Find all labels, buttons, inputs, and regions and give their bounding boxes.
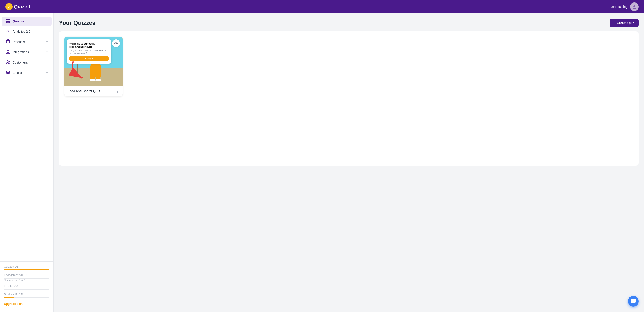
chat-support-button[interactable]: [628, 296, 639, 307]
quiz-card-menu-button[interactable]: ⋮: [116, 89, 120, 94]
svg-point-30: [96, 79, 101, 82]
svg-point-13: [7, 61, 8, 62]
sidebar-item-customers[interactable]: Customers: [2, 58, 52, 67]
svg-rect-6: [6, 21, 8, 23]
emails-icon: [6, 70, 10, 75]
chevron-down-icon: ▾: [46, 71, 48, 74]
stat-engagements-value: 0/500: [21, 273, 28, 277]
stat-quizzes-value: 1/1: [14, 265, 18, 268]
sidebar-item-emails[interactable]: Emails ▾: [2, 68, 52, 78]
products-progress-fill: [4, 297, 14, 298]
page-title: Your Quizzes: [59, 20, 96, 27]
quizzes-progress-bg: [4, 269, 50, 270]
sidebar-item-label: Customers: [12, 61, 28, 64]
main-header: Your Quizzes + Create Quiz: [59, 19, 639, 27]
chevron-down-icon: ▾: [46, 40, 48, 44]
sidebar-item-label: Analytics 2.0: [12, 30, 30, 33]
sidebar-item-label: Integrations: [12, 50, 29, 54]
svg-point-32: [116, 43, 117, 44]
svg-point-2: [634, 5, 635, 7]
avatar[interactable]: [630, 3, 639, 11]
products-progress-bg: [4, 297, 50, 298]
logo-text: Quizell: [14, 4, 30, 10]
header-right: Omri testing: [611, 3, 639, 11]
layout: Quizzes Analytics 2.0 Products ▾: [0, 14, 644, 312]
create-quiz-button[interactable]: + Create Quiz: [610, 19, 639, 27]
quiz-preview-panel: Welcome to our outfit recommender quiz! …: [67, 39, 111, 64]
sidebar-stats: Quizzes 1/1 Engagements 0/500 Next reset…: [0, 261, 54, 309]
quiz-card-footer: Food and Sports Quiz ⋮: [64, 86, 122, 96]
stat-quizzes: Quizzes 1/1: [4, 265, 50, 270]
analytics-icon: [6, 29, 10, 34]
stat-products-label: Products: [4, 293, 16, 296]
stat-products: Products 54/250: [4, 293, 50, 298]
products-icon: [6, 39, 10, 44]
logo[interactable]: Q Quizell: [5, 3, 30, 10]
preview-sub: Are you ready to find the perfect outfit…: [69, 50, 109, 55]
svg-rect-7: [8, 21, 10, 23]
main-content: Your Quizzes + Create Quiz: [54, 14, 644, 312]
svg-rect-8: [6, 40, 10, 43]
sidebar: Quizzes Analytics 2.0 Products ▾: [0, 14, 54, 312]
emails-progress-bg: [4, 289, 50, 290]
sidebar-item-label: Emails: [12, 71, 22, 75]
preview-title: Welcome to our outfit recommender quiz!: [69, 42, 109, 49]
stat-engagements: Engagements 0/500 Next reset on : 15/02: [4, 273, 50, 281]
stat-emails: Emails 0/50: [4, 285, 50, 290]
svg-rect-11: [6, 52, 8, 54]
engagements-progress-bg: [4, 277, 50, 279]
user-name: Omri testing: [611, 5, 628, 9]
svg-rect-9: [6, 50, 8, 51]
sidebar-item-label: Quizzes: [12, 20, 24, 23]
customers-icon: [6, 60, 10, 65]
svg-rect-4: [6, 19, 8, 20]
quizzes-progress-fill: [4, 269, 50, 270]
preview-eye-button[interactable]: [112, 39, 120, 47]
svg-rect-12: [8, 52, 10, 54]
chevron-down-icon: ▾: [46, 51, 48, 54]
sidebar-item-label: Products: [12, 40, 25, 44]
svg-point-3: [633, 8, 636, 9]
quiz-card: Welcome to our outfit recommender quiz! …: [64, 37, 122, 96]
stat-quizzes-label: Quizzes: [4, 265, 14, 268]
quizzes-container: Welcome to our outfit recommender quiz! …: [59, 31, 639, 166]
svg-rect-15: [6, 71, 10, 73]
quizzes-icon: [6, 19, 10, 24]
svg-point-29: [90, 79, 95, 82]
sidebar-item-integrations[interactable]: Integrations ▾: [2, 48, 52, 57]
chat-icon: [630, 298, 636, 304]
svg-text:Q: Q: [8, 6, 10, 8]
stat-engagements-label: Engagements: [4, 273, 21, 277]
integrations-icon: [6, 50, 10, 55]
stat-emails-label: Emails: [4, 285, 13, 288]
quiz-card-image: Welcome to our outfit recommender quiz! …: [64, 37, 122, 86]
svg-rect-5: [8, 19, 10, 20]
stat-products-value: 54/250: [16, 293, 24, 296]
sidebar-item-quizzes[interactable]: Quizzes: [2, 17, 52, 26]
upgrade-plan-button[interactable]: Upgrade plan: [4, 302, 22, 305]
svg-point-14: [8, 61, 10, 62]
stat-emails-value: 0/50: [13, 285, 18, 288]
engagements-sub: Next reset on : 15/02: [4, 279, 50, 281]
logo-icon: Q: [5, 3, 12, 10]
svg-rect-10: [8, 50, 10, 51]
sidebar-item-analytics[interactable]: Analytics 2.0: [2, 27, 52, 36]
sidebar-item-products[interactable]: Products ▾: [2, 37, 52, 47]
eye-icon: [114, 41, 118, 45]
quiz-card-name: Food and Sports Quiz: [68, 89, 100, 93]
header: Q Quizell Omri testing: [0, 0, 644, 14]
preview-lets-go-button[interactable]: Let's go: [69, 56, 109, 61]
